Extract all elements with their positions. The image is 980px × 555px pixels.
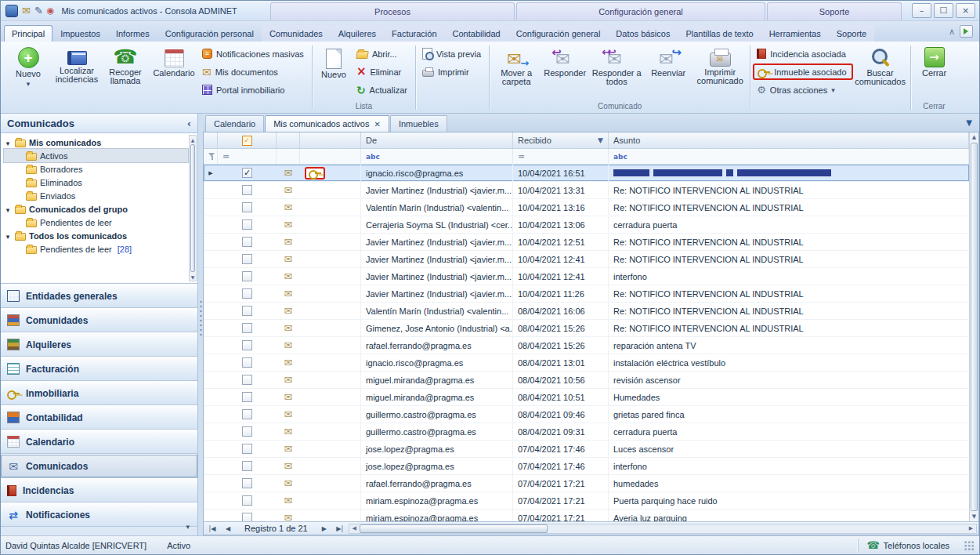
doc-tab-mis-comunicados-activos[interactable]: Mis comunicados activos ✕ [265,115,389,132]
resize-grip[interactable] [964,540,975,551]
sidebar-item-comunicados[interactable]: Comunicados [1,454,197,478]
tree-item-pendientes-de-leer-todos[interactable]: Pendientes de leer [28] [4,242,188,256]
row-checkbox[interactable] [242,495,252,506]
expander-icon[interactable] [4,231,12,241]
nuevo-comunicado-button[interactable]: Nuevo [315,44,353,81]
table-row[interactable]: ignacio.risco@pragma.es 10/04/2021 16:51 [204,165,969,182]
imprimir-button[interactable]: Imprimir [418,63,486,80]
responder-a-todos-button[interactable]: Responder a todos [589,44,644,88]
filter-key-cell[interactable] [300,149,361,164]
new-mail-icon[interactable]: ✉ [22,5,31,16]
row-checkbox[interactable] [242,478,252,488]
table-row[interactable]: jose.lopez@pragma.es 07/04/2021 17:46 in… [204,458,969,475]
table-row[interactable]: ignacio.risco@pragma.es 08/04/2021 13:01… [204,354,969,372]
nav-overflow-button[interactable] [186,522,190,531]
row-checkbox[interactable] [242,444,252,454]
tree-item-enviados[interactable]: Enviados [4,189,188,202]
tree-item-activos[interactable]: Activos [4,149,188,162]
row-checkbox[interactable] [242,357,252,368]
sidebar-item-incidencias[interactable]: Incidencias [1,478,197,502]
collapse-sidebar-button[interactable]: ‹ [187,118,191,129]
table-row[interactable]: Valentín Marín (Industrial) <valentin...… [204,199,969,216]
row-checkbox[interactable] [242,219,252,230]
first-record-button[interactable]: |◀ [205,523,219,534]
row-checkbox[interactable] [242,254,252,264]
imprimir-comunicado-button[interactable]: Imprimir comunicado [693,44,747,87]
table-row[interactable]: Javier Martinez (Industrial) <javier.m..… [204,182,969,199]
table-row[interactable]: Javier Martinez (Industrial) <javier.m..… [204,268,969,285]
filter-de-cell[interactable] [361,149,513,164]
reenviar-button[interactable]: Reenviar [644,44,693,79]
sidebar-item-facturacion[interactable]: Facturación [1,357,197,381]
nuevo-button[interactable]: Nuevo [4,44,52,89]
expander-icon[interactable] [4,138,12,147]
cerrar-button[interactable]: Cerrar [913,44,956,79]
table-row[interactable]: rafael.ferrando@pragma.es 07/04/2021 17:… [204,475,969,492]
sidebar-item-comunidades[interactable]: Comunidades [1,308,197,332]
table-row[interactable]: miguel.miranda@pragma.es 08/04/2021 10:5… [204,389,969,406]
scroll-down-icon[interactable]: ▼ [970,512,978,521]
filter-edit-cell[interactable] [204,149,218,164]
close-button[interactable]: × [956,3,975,18]
notificaciones-masivas-button[interactable]: Notificaciones masivas [198,45,309,62]
tree-scrollbar[interactable]: ▲ ▼ [189,135,197,281]
filter-message-cell[interactable] [277,149,300,164]
row-checkbox[interactable] [242,288,252,299]
sidebar-item-contabilidad[interactable]: Contabilidad [1,405,197,430]
header-recibido[interactable]: Recibido ▼ [513,132,609,148]
table-row[interactable]: miguel.miranda@pragma.es 08/04/2021 10:5… [204,372,969,389]
record-icon[interactable]: ◉ [47,6,55,15]
table-row[interactable]: Javier Martinez (Industrial) <javier.m..… [204,234,969,251]
actualizar-button[interactable]: Actualizar [353,82,413,98]
table-row[interactable]: rafael.ferrando@pragma.es 08/04/2021 15:… [204,337,969,354]
tab-alquileres[interactable]: Alquileres [331,25,384,42]
collapse-ribbon-icon[interactable]: ∧ [949,27,955,37]
tab-impuestos[interactable]: Impuestos [52,25,108,42]
sidebar-item-notificaciones[interactable]: Notificaciones [1,502,197,527]
incidencia-asociada-button[interactable]: Incidencia asociada [753,45,852,62]
header-checkbox-column[interactable] [218,132,277,148]
next-record-button[interactable]: ▶ [317,523,331,534]
tab-comunidades[interactable]: Comunidades [262,25,331,42]
table-row[interactable]: jose.lopez@pragma.es 07/04/2021 17:46 Lu… [204,441,969,458]
select-all-checkbox[interactable] [242,136,252,146]
close-tab-icon[interactable]: ✕ [374,120,380,129]
row-checkbox[interactable] [242,513,252,521]
tree-item-comunicados-del-grupo[interactable]: Comunicados del grupo [4,202,188,216]
doc-tab-inmuebles[interactable]: Inmuebles [390,115,447,132]
row-checkbox[interactable] [242,461,252,471]
last-record-button[interactable]: ▶| [333,523,347,534]
table-row[interactable]: miriam.espinoza@pragma.es 07/04/2021 17:… [204,492,969,510]
tab-list-dropdown-icon[interactable]: ▼ [966,118,972,127]
localizar-incidencias-button[interactable]: Localizar incidencias [52,44,101,85]
otras-acciones-button[interactable]: Otras acciones [753,82,852,98]
header-asunto[interactable]: Asunto [609,132,969,148]
table-row[interactable]: guillermo.castro@pragma.es 08/04/2021 09… [204,406,969,423]
prev-record-button[interactable]: ◀ [221,523,235,534]
minimize-button[interactable]: – [912,3,931,18]
table-row[interactable]: Gimenez, Jose Antonio (Industrial) <a...… [204,320,969,337]
scrollbar-thumb[interactable] [360,524,548,533]
tree-item-borradores[interactable]: Borradores [4,162,188,176]
tree-item-pendientes-de-leer[interactable]: Pendientes de leer [4,216,188,229]
table-row[interactable]: Cerrajeria Soyma SL (Industrial) <cer...… [204,216,969,234]
scrollbar-thumb[interactable] [190,144,195,272]
ribbon-options-icon[interactable] [960,25,973,38]
row-checkbox[interactable] [242,340,252,350]
tab-principal[interactable]: Principal [4,25,52,42]
scroll-left-icon[interactable]: ◀ [349,524,360,533]
filter-checkbox-cell[interactable] [218,149,277,164]
header-message-icon-column[interactable] [277,132,300,148]
edit-icon[interactable]: ✎ [34,5,43,16]
tab-datos-basicos[interactable]: Datos básicos [608,25,678,42]
recoger-llamada-button[interactable]: Recoger llamada [101,44,150,87]
row-checkbox[interactable] [242,237,252,247]
row-checkbox[interactable] [242,392,252,402]
eliminar-button[interactable]: Eliminar [353,63,413,80]
row-checkbox[interactable] [242,185,252,195]
header-key-column[interactable] [300,132,361,148]
grid-vertical-scrollbar[interactable]: ▲ ▼ [969,132,978,521]
doc-tab-calendario[interactable]: Calendario [205,115,264,132]
vista-previa-button[interactable]: Vista previa [418,45,486,62]
tab-contabilidad[interactable]: Contabilidad [445,25,508,42]
